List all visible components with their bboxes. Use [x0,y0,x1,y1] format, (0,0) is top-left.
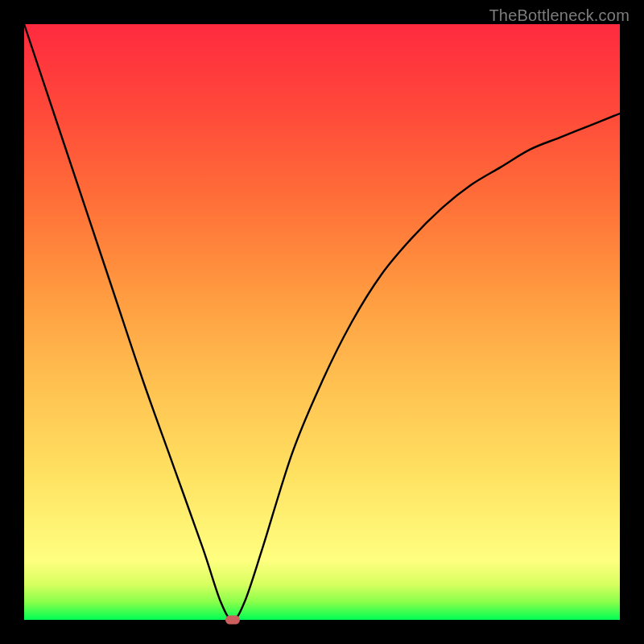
bottleneck-curve [24,24,620,620]
plot-area [24,24,620,620]
chart-frame: TheBottleneck.com [0,0,644,644]
watermark-text: TheBottleneck.com [489,6,630,25]
min-marker [225,616,240,625]
